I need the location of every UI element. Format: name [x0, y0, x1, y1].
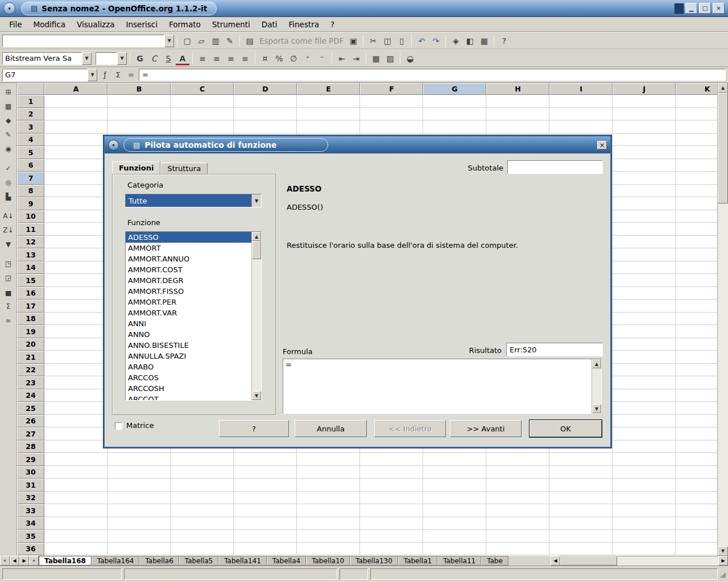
cell-A5[interactable]: [44, 146, 107, 159]
cell-J1[interactable]: [613, 95, 676, 108]
cell-H32[interactable]: [486, 492, 549, 505]
column-header-I[interactable]: I: [549, 83, 613, 95]
cell-A30[interactable]: [44, 466, 107, 479]
cell-J22[interactable]: [613, 364, 676, 377]
cell-J13[interactable]: [613, 248, 676, 261]
cell-C2[interactable]: [171, 108, 234, 121]
cell-K28[interactable]: [676, 440, 717, 454]
cell-K27[interactable]: [676, 427, 717, 440]
cell-J27[interactable]: [613, 427, 676, 440]
cell-A4[interactable]: [44, 134, 107, 147]
cell-F35[interactable]: [360, 530, 423, 543]
horizontal-scrollbar[interactable]: ◀ ▶: [551, 556, 728, 566]
column-header-A[interactable]: A: [44, 83, 107, 95]
align-center-icon[interactable]: ≡: [210, 52, 224, 65]
function-list-item[interactable]: AMMORT.VAR: [126, 307, 251, 318]
cell-I29[interactable]: [549, 453, 613, 466]
function-list-item[interactable]: AMMORT.FISSO: [126, 286, 251, 297]
cell-B2[interactable]: [107, 108, 171, 121]
cell-K10[interactable]: [676, 210, 717, 223]
row-header-13[interactable]: 13: [17, 248, 44, 261]
help-button[interactable]: ?: [219, 420, 289, 437]
cell-A17[interactable]: [44, 300, 107, 313]
navigator-icon[interactable]: ◈: [449, 34, 462, 48]
cell-E35[interactable]: [297, 530, 360, 543]
cell-C33[interactable]: [171, 504, 234, 517]
row-header-9[interactable]: 9: [17, 197, 44, 210]
cell-G30[interactable]: [423, 466, 486, 479]
function-list-item[interactable]: AMMORT.COST: [126, 264, 251, 275]
row-header-27[interactable]: 27: [17, 427, 44, 440]
redo-icon[interactable]: ↷: [429, 34, 442, 48]
cell-D2[interactable]: [234, 108, 297, 121]
cell-J25[interactable]: [613, 402, 676, 415]
export-pdf-label[interactable]: Esporta come file PDF: [257, 36, 346, 45]
underline-icon[interactable]: S: [162, 52, 175, 65]
column-header-J[interactable]: J: [613, 83, 676, 95]
font-name-input[interactable]: [2, 52, 82, 65]
row-header-16[interactable]: 16: [17, 287, 44, 300]
row-header-17[interactable]: 17: [17, 300, 44, 313]
cell-E34[interactable]: [297, 517, 360, 530]
cell-A25[interactable]: [44, 402, 107, 415]
cell-C29[interactable]: [171, 453, 234, 466]
number-percent-icon[interactable]: %: [272, 52, 286, 65]
cell-H29[interactable]: [486, 453, 549, 466]
cell-A33[interactable]: [44, 504, 107, 517]
cell-A26[interactable]: [44, 415, 107, 428]
cell-A19[interactable]: [44, 325, 107, 338]
function-list-item[interactable]: AMMORT: [126, 243, 251, 253]
cell-K31[interactable]: [676, 479, 717, 492]
cell-K25[interactable]: [676, 402, 717, 415]
cell-H34[interactable]: [486, 517, 549, 530]
row-header-24[interactable]: 24: [17, 389, 44, 402]
next-button[interactable]: >> Avanti: [450, 420, 522, 437]
function-list-item[interactable]: AMMORT.ANNUO: [126, 253, 251, 264]
cell-D35[interactable]: [234, 530, 297, 543]
menu-item-1[interactable]: File: [3, 18, 28, 31]
cell-J14[interactable]: [613, 261, 676, 275]
cell-I34[interactable]: [549, 517, 613, 530]
export-pdf-icon[interactable]: ▤: [243, 34, 257, 48]
gallery-icon[interactable]: ▦: [477, 34, 491, 48]
cell-E31[interactable]: [297, 479, 360, 492]
row-header-20[interactable]: 20: [17, 338, 44, 351]
add-decimal-icon[interactable]: ⁺: [301, 52, 315, 65]
cell-C30[interactable]: [171, 466, 234, 479]
cell-K15[interactable]: [676, 274, 717, 287]
cell-A12[interactable]: [44, 236, 107, 249]
formula-input[interactable]: [139, 69, 726, 81]
sheet-tab-Tabella11[interactable]: Tabella11: [437, 556, 481, 566]
cell-I32[interactable]: [549, 492, 613, 505]
first-sheet-button[interactable]: «: [0, 556, 10, 566]
hyperlink-icon[interactable]: ∞: [1, 313, 16, 327]
cell-A9[interactable]: [44, 197, 107, 210]
scroll-up-button[interactable]: ▲: [718, 83, 728, 93]
font-color-icon[interactable]: A: [176, 54, 189, 65]
cell-I1[interactable]: [549, 95, 613, 108]
function-list-item[interactable]: ANNULLA.SPAZI: [126, 351, 251, 361]
column-header-D[interactable]: D: [234, 83, 297, 95]
cell-E3[interactable]: [297, 120, 360, 134]
cell-H35[interactable]: [486, 530, 549, 543]
back-button[interactable]: << Indietro: [374, 420, 446, 437]
column-header-C[interactable]: C: [171, 83, 234, 95]
cell-A21[interactable]: [44, 351, 107, 364]
row-header-6[interactable]: 6: [17, 159, 44, 172]
categoria-dropdown-button[interactable]: ▼: [251, 194, 261, 207]
cell-D1[interactable]: [234, 95, 297, 108]
cell-J33[interactable]: [613, 504, 676, 517]
sheet-tab-Tabella1[interactable]: Tabella1: [398, 556, 437, 566]
cell-F2[interactable]: [360, 108, 423, 121]
cell-F1[interactable]: [360, 95, 423, 108]
cell-J20[interactable]: [613, 338, 676, 351]
categoria-combo[interactable]: Tutte ▼: [125, 194, 262, 207]
cell-A32[interactable]: [44, 492, 107, 505]
cell-A3[interactable]: [44, 120, 107, 134]
sheet-tab-Tabella164[interactable]: Tabella164: [92, 556, 140, 566]
cell-E32[interactable]: [297, 492, 360, 505]
decrease-indent-icon[interactable]: ⇤: [335, 52, 349, 65]
scroll-down-button[interactable]: ▼: [718, 546, 728, 556]
sheet-tab-Tabella5[interactable]: Tabella5: [179, 556, 218, 566]
column-header-G[interactable]: G: [423, 83, 486, 95]
